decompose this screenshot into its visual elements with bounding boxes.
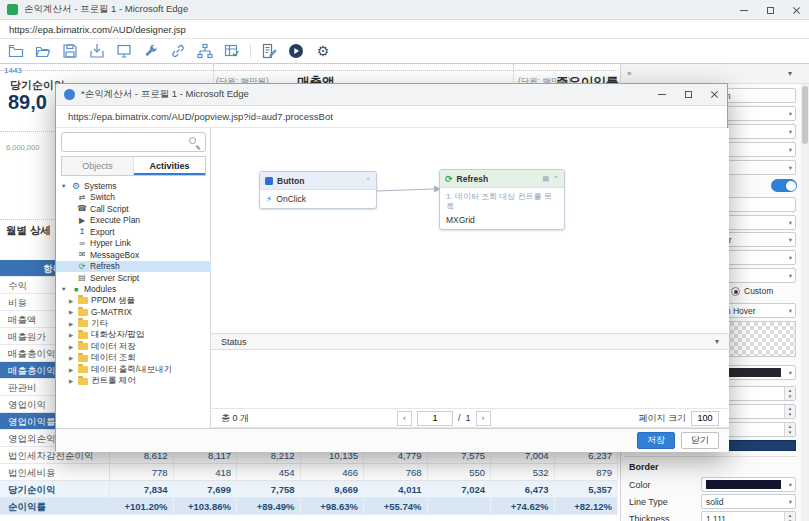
collapsed-arrow-icon[interactable]: ▶ — [69, 309, 75, 315]
tree-folder-data-query[interactable]: ▶데이터 조회 — [56, 353, 211, 365]
import-icon[interactable] — [88, 42, 106, 60]
tree-item-refresh[interactable]: ⟳Refresh — [56, 261, 211, 273]
expanded-arrow-icon[interactable]: ▼ — [61, 286, 68, 292]
table-cell: 9,669 — [301, 481, 365, 497]
tree-folder-data-export[interactable]: ▶데이터 출력/내보내기 — [56, 364, 211, 376]
run-icon[interactable] — [287, 42, 305, 60]
tree-item-export[interactable]: ↥Export — [56, 226, 211, 238]
expanded-arrow-icon[interactable]: ▼ — [61, 183, 68, 189]
chart-axis-tick: 6,000,000 — [6, 143, 39, 152]
maximize-button[interactable] — [757, 0, 783, 20]
spinner-arrows-icon[interactable]: ▲▼ — [784, 423, 795, 436]
spinner-arrows-icon[interactable]: ▲▼ — [784, 405, 795, 418]
tree-item-hyper-link[interactable]: ∞Hyper Link — [56, 238, 211, 250]
chevron-down-icon[interactable]: ▾ — [788, 69, 792, 78]
refresh-node[interactable]: ⟳ Refresh ▤ ⌃ 1. 데이터 조회 대상 컨트롤 목록 MXGrid — [439, 169, 565, 230]
tree-item-messagebox[interactable]: ✉MessageBox — [56, 249, 211, 261]
popup-close-button[interactable] — [701, 84, 727, 104]
collapsed-arrow-icon[interactable]: ▶ — [69, 355, 75, 361]
tree-item-server-script[interactable]: ▤Server Script — [56, 272, 211, 284]
kpi-value: 89,0 — [8, 91, 47, 114]
popup-footer: 저장 닫기 — [56, 428, 729, 452]
dropdown-arrow-icon: ▾ — [789, 369, 792, 377]
popup-titlebar[interactable]: *손익계산서 - 프로필 1 - Microsoft Edge — [56, 84, 727, 106]
table-row: 당기순이익 7,834 7,699 7,758 9,669 4,011 7,02… — [0, 481, 618, 498]
open-folder-icon[interactable] — [34, 42, 52, 60]
tree-folder-data-save[interactable]: ▶데이터 저장 — [56, 341, 211, 353]
tab-activities[interactable]: Activities — [134, 157, 205, 175]
next-page-button[interactable]: › — [476, 411, 491, 426]
collapsed-arrow-icon[interactable]: ▶ — [69, 298, 75, 304]
border-thickness-input[interactable]: 1.111▲▼ — [701, 511, 796, 521]
collapsed-arrow-icon[interactable]: ▶ — [69, 344, 75, 350]
collapsed-arrow-icon[interactable]: ▶ — [69, 321, 75, 327]
layout-guide — [0, 70, 618, 71]
dropdown-arrow-icon: ▾ — [789, 254, 792, 262]
tree-search-input[interactable] — [67, 134, 187, 150]
table-cell: 466 — [301, 464, 365, 480]
settings-gear-icon[interactable]: ⚙ — [314, 42, 332, 60]
chevron-down-icon[interactable]: ▾ — [715, 337, 719, 346]
edit-document-icon[interactable] — [260, 42, 278, 60]
tools-icon[interactable] — [142, 42, 160, 60]
collapsed-arrow-icon[interactable]: ▶ — [69, 332, 75, 338]
save-button[interactable]: 저장 — [637, 432, 675, 449]
prev-page-button[interactable]: ‹ — [397, 411, 412, 426]
grid-check-icon[interactable] — [223, 42, 241, 60]
tree-item-label: MessageBox — [90, 250, 139, 260]
table-row: 순이익률 +101.20% +103.86% +89.49% +98.63% +… — [0, 498, 618, 515]
window-titlebar[interactable]: 손익계산서 - 프로필 1 - Microsoft Edge — [0, 0, 809, 20]
tree-search-box[interactable] — [61, 132, 206, 152]
border-color-swatch[interactable]: ▾ — [701, 477, 796, 492]
tree-folder-control[interactable]: ▶컨트롤 제어 — [56, 376, 211, 388]
button-node-header[interactable]: Button ⌃ — [260, 172, 376, 190]
new-folder-icon[interactable] — [7, 42, 25, 60]
page-size-input[interactable] — [691, 411, 719, 426]
tree-folder-etc[interactable]: ▶기타 — [56, 318, 211, 330]
popup-maximize-button[interactable] — [675, 84, 701, 104]
collapse-chevron-icon[interactable]: ⌃ — [553, 175, 559, 183]
collapsed-arrow-icon[interactable]: ▶ — [69, 378, 75, 384]
tree-item-call-script[interactable]: ☎Call Script — [56, 203, 211, 215]
scrollbar-track[interactable] — [801, 84, 809, 521]
page-input[interactable] — [417, 411, 453, 426]
close-dialog-button[interactable]: 닫기 — [681, 432, 719, 449]
border-linetype-select[interactable]: solid▾ — [701, 494, 796, 509]
button-node[interactable]: Button ⌃ ⚡ OnClick — [259, 171, 377, 209]
border-section-title: Border — [629, 462, 659, 472]
tree-item-label: 데이터 저장 — [91, 341, 136, 353]
link-icon[interactable] — [169, 42, 187, 60]
onclick-event[interactable]: ⚡ OnClick — [266, 194, 370, 204]
preview-icon[interactable] — [115, 42, 133, 60]
collapse-chevron-icon[interactable]: ⌃ — [365, 177, 371, 185]
collapsed-arrow-icon[interactable]: ▶ — [69, 367, 75, 373]
popup-minimize-button[interactable] — [649, 84, 675, 104]
spinner-arrows-icon[interactable]: ▲▼ — [784, 387, 795, 400]
tab-objects[interactable]: Objects — [62, 157, 134, 175]
tree-group-systems[interactable]: ▼⚙Systems — [56, 180, 211, 192]
hierarchy-icon[interactable] — [196, 42, 214, 60]
tree-folder-ppdm[interactable]: ▶PPDM 샘플 — [56, 295, 211, 307]
tree-item-execute-plan[interactable]: ▶Execute Plan — [56, 215, 211, 227]
tree-group-modules[interactable]: ▼■Modules — [56, 284, 211, 296]
scrollbar-thumb[interactable] — [802, 86, 808, 144]
tree-item-switch[interactable]: ⇄Switch — [56, 192, 211, 204]
close-button[interactable] — [783, 0, 809, 20]
linetype-value: solid — [706, 497, 723, 507]
chevrons-right-icon[interactable]: » — [627, 69, 631, 78]
prop-toggle-switch[interactable] — [771, 179, 797, 192]
refresh-node-header[interactable]: ⟳ Refresh ▤ ⌃ — [440, 170, 564, 188]
activity-browser-panel: Objects Activities ▼⚙Systems ⇄Switch ☎Ca… — [56, 128, 211, 428]
minimize-button[interactable] — [731, 0, 757, 20]
spinner-arrows-icon[interactable]: ▲▼ — [784, 512, 795, 521]
process-flow-canvas[interactable]: Button ⌃ ⚡ OnClick ⟳ Refresh ▤ ⌃ — [211, 128, 729, 333]
status-section[interactable]: Status ▾ — [211, 333, 729, 350]
tree-folder-dialog-popup[interactable]: ▶대화상자/팝업 — [56, 330, 211, 342]
save-icon[interactable] — [61, 42, 79, 60]
systems-gear-icon: ⚙ — [71, 181, 81, 191]
prop-custom-radio[interactable]: Custom — [731, 286, 773, 296]
menu-icon[interactable]: ▤ — [543, 175, 550, 183]
designer-toolbar: ⚙ — [0, 39, 809, 64]
properties-panel-header: » ▾ — [621, 64, 809, 84]
tree-folder-gmatrix[interactable]: ▶G-MATRIX — [56, 307, 211, 319]
